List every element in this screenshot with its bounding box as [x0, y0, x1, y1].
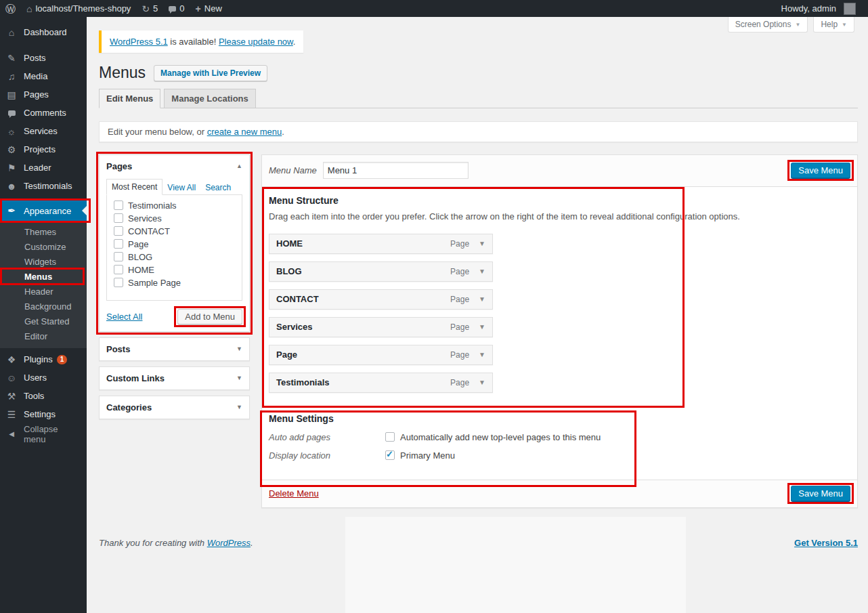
chevron-down-icon[interactable]: ▼ — [479, 351, 485, 358]
new-label: New — [204, 3, 222, 14]
pages-metabox-header[interactable]: Pages ▲ — [100, 155, 249, 177]
get-version-link[interactable]: Get Version 5.1 — [794, 538, 858, 548]
updates-count: 5 — [153, 3, 158, 14]
updates-link[interactable]: 5 — [136, 0, 163, 17]
tab-view-all[interactable]: View All — [162, 180, 200, 195]
screen-options-button[interactable]: Screen Options ▼ — [728, 17, 808, 33]
sidebar-item-posts[interactable]: Posts — [0, 49, 87, 67]
checklist-item: Page — [114, 238, 235, 251]
page-checkbox-page[interactable] — [114, 239, 123, 249]
sidebar-item-leader[interactable]: Leader — [0, 158, 87, 177]
collapse-menu-button[interactable]: Collapse menu — [0, 425, 87, 443]
sidebar-item-services[interactable]: Services — [0, 122, 87, 140]
add-to-menu-button[interactable]: Add to Menu — [177, 309, 242, 324]
delete-menu-link[interactable]: Delete Menu — [269, 488, 319, 499]
footer-thanks-period: . — [251, 538, 253, 548]
update-now-link[interactable]: Please update now — [219, 37, 293, 47]
menu-editor-column: Menu Name Save Menu Menu Structure Drag … — [261, 154, 858, 508]
menu-item-services[interactable]: Services Page ▼ — [269, 317, 493, 337]
submenu-item-editor[interactable]: Editor — [0, 329, 87, 343]
menu-name-input[interactable] — [323, 162, 469, 179]
chevron-down-icon[interactable]: ▼ — [479, 240, 485, 247]
site-name-link[interactable]: localhost/Themes-shopy — [21, 0, 136, 17]
wordpress-version-link[interactable]: WordPress 5.1 — [110, 37, 168, 47]
sidebar-item-appearance[interactable]: Appearance — [0, 200, 87, 221]
admin-bar-left: Ⓦ localhost/Themes-shopy 5 0 New — [0, 0, 227, 17]
tab-most-recent[interactable]: Most Recent — [106, 179, 162, 195]
wordpress-link[interactable]: WordPress — [207, 538, 251, 548]
accordion-column: Pages ▲ Most Recent View All Search T — [99, 154, 250, 425]
submenu-item-background[interactable]: Background — [0, 299, 87, 314]
auto-add-pages-checkbox[interactable] — [385, 432, 395, 442]
page-checkbox-sample-page[interactable] — [114, 278, 123, 287]
menu-structure-section: Menu Structure Drag each item into the o… — [262, 187, 857, 480]
sidebar-item-pages[interactable]: Pages — [0, 85, 87, 104]
tools-icon — [5, 391, 18, 402]
categories-metabox-title: Categories — [106, 402, 152, 413]
tab-search[interactable]: Search — [200, 180, 236, 195]
menu-item-page[interactable]: Page Page ▼ — [269, 345, 493, 365]
sidebar-item-users[interactable]: Users — [0, 368, 87, 387]
appearance-submenu: Themes Customize Widgets Menus Header Ba… — [0, 221, 87, 348]
menu-item-home[interactable]: HOME Page ▼ — [269, 234, 493, 254]
sidebar-item-testimonials[interactable]: Testimonials — [0, 177, 87, 195]
select-all-link[interactable]: Select All — [106, 312, 142, 322]
page-checkbox-testimonials[interactable] — [114, 200, 123, 210]
checklist-item: Testimonials — [114, 199, 235, 212]
sidebar-item-projects[interactable]: Projects — [0, 140, 87, 158]
testimonials-icon — [5, 181, 18, 192]
page-checkbox-services[interactable] — [114, 213, 123, 223]
new-content-link[interactable]: New — [190, 0, 227, 17]
sidebar-item-label: Pages — [24, 89, 49, 100]
menu-item-contact[interactable]: CONTACT Page ▼ — [269, 289, 493, 310]
howdy-label: Howdy, admin — [781, 3, 836, 14]
submenu-item-header[interactable]: Header — [0, 284, 87, 299]
sidebar-item-dashboard[interactable]: Dashboard — [0, 23, 87, 41]
help-button[interactable]: Help ▼ — [813, 17, 854, 33]
auto-add-pages-label: Auto add pages — [269, 432, 385, 442]
checklist-item-label: Sample Page — [128, 278, 181, 288]
page-checkbox-blog[interactable] — [114, 252, 123, 261]
primary-menu-checkbox[interactable] — [385, 450, 395, 460]
projects-icon — [5, 144, 18, 155]
posts-metabox-header[interactable]: Posts ▼ — [100, 338, 249, 360]
sidebar-separator — [0, 41, 87, 49]
create-new-menu-link[interactable]: create a new menu — [207, 127, 282, 137]
updates-icon — [142, 4, 150, 14]
sidebar-item-comments[interactable]: Comments — [0, 104, 87, 122]
wordpress-logo-menu[interactable]: Ⓦ — [0, 0, 21, 17]
chevron-down-icon[interactable]: ▼ — [479, 379, 485, 386]
chevron-down-icon[interactable]: ▼ — [479, 268, 485, 275]
custom-links-metabox: Custom Links ▼ — [99, 366, 250, 390]
sidebar-item-media[interactable]: Media — [0, 67, 87, 85]
save-menu-button-top[interactable]: Save Menu — [791, 163, 850, 178]
submenu-item-menus[interactable]: Menus — [0, 269, 87, 284]
tab-manage-locations[interactable]: Manage Locations — [164, 89, 255, 108]
submenu-item-themes[interactable]: Themes — [0, 224, 87, 239]
submenu-item-get-started[interactable]: Get Started — [0, 314, 87, 329]
sidebar-item-plugins[interactable]: Plugins 1 — [0, 350, 87, 368]
pages-metabox-footer: Select All Add to Menu — [106, 309, 242, 324]
save-menu-button-bottom[interactable]: Save Menu — [791, 486, 850, 501]
tab-edit-menus[interactable]: Edit Menus — [99, 89, 160, 108]
sidebar-item-label: Users — [24, 373, 47, 383]
categories-metabox-header[interactable]: Categories ▼ — [100, 396, 249, 419]
plugins-icon — [5, 354, 18, 365]
submenu-item-customize[interactable]: Customize — [0, 239, 87, 254]
auto-add-pages-text: Automatically add new top-level pages to… — [400, 432, 601, 442]
submenu-item-widgets[interactable]: Widgets — [0, 254, 87, 269]
posts-icon — [5, 53, 18, 64]
footer-thanks-text: Thank you for creating with — [99, 538, 207, 548]
chevron-down-icon[interactable]: ▼ — [479, 323, 485, 331]
menu-item-testimonials[interactable]: Testimonials Page ▼ — [269, 373, 493, 393]
custom-links-metabox-header[interactable]: Custom Links ▼ — [100, 367, 249, 389]
sidebar-item-settings[interactable]: Settings — [0, 405, 87, 423]
page-checkbox-contact[interactable] — [114, 226, 123, 236]
comments-link[interactable]: 0 — [163, 0, 190, 17]
chevron-down-icon[interactable]: ▼ — [479, 295, 485, 303]
sidebar-item-tools[interactable]: Tools — [0, 387, 87, 405]
manage-live-preview-button[interactable]: Manage with Live Preview — [154, 65, 267, 81]
page-checkbox-home[interactable] — [114, 265, 123, 274]
menu-item-blog[interactable]: BLOG Page ▼ — [269, 261, 493, 282]
my-account-link[interactable]: Howdy, admin — [776, 3, 861, 15]
